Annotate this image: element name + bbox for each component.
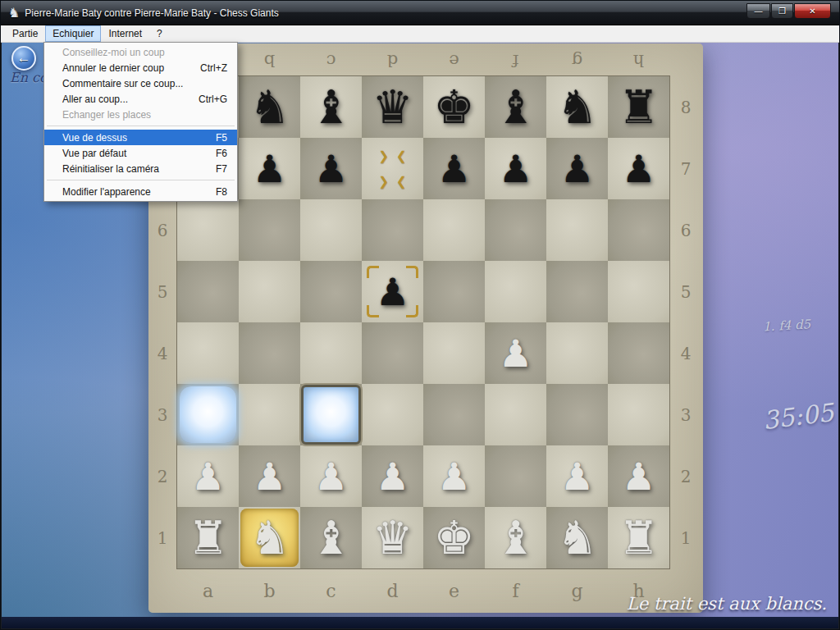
square-d7[interactable]: ❯❮❯❮ <box>362 138 423 199</box>
square-b1[interactable]: ♞ <box>239 507 300 568</box>
menu-item-shortcut: F5 <box>216 132 227 144</box>
piece-white-pawn[interactable]: ♟ <box>437 458 471 495</box>
file-label: f <box>485 573 546 608</box>
piece-white-knight[interactable]: ♞ <box>556 515 597 561</box>
piece-white-king[interactable]: ♚ <box>433 515 474 561</box>
bottom-strip <box>2 617 838 628</box>
menu-item[interactable]: Vue de dessusF5 <box>44 130 237 145</box>
file-label: b <box>239 48 300 74</box>
file-label: d <box>362 573 423 608</box>
echiquier-dropdown: Conseillez-moi un coupAnnuler le dernier… <box>43 42 238 202</box>
piece-black-pawn[interactable]: ♟ <box>437 150 471 188</box>
menu-item[interactable]: Commentaire sur ce coup... <box>44 75 237 91</box>
menu-item[interactable]: Réinitialiser la caméraF7 <box>44 161 237 176</box>
back-button[interactable]: ← <box>11 46 36 71</box>
menubar-item-echiquier[interactable]: Echiquier <box>45 25 101 42</box>
piece-white-pawn[interactable]: ♟ <box>253 458 286 495</box>
square-a3[interactable] <box>177 384 239 445</box>
piece-white-pawn[interactable]: ♟ <box>314 458 348 495</box>
piece-white-knight[interactable]: ♞ <box>249 515 290 561</box>
coords-top: abcdefgh <box>177 48 669 74</box>
move-list: 1. f4 d5 <box>763 316 838 335</box>
menu-separator <box>47 180 235 180</box>
close-button[interactable]: ✕ <box>794 3 831 19</box>
menu-item-label: Echanger les places <box>62 109 212 121</box>
rank-label: 8 <box>670 76 701 138</box>
piece-black-pawn[interactable]: ♟ <box>560 150 594 188</box>
file-label: e <box>423 48 485 74</box>
piece-white-pawn[interactable]: ♟ <box>376 458 409 495</box>
piece-black-knight[interactable]: ♞ <box>556 84 597 130</box>
piece-white-pawn[interactable]: ♟ <box>560 458 594 495</box>
menubar-item-partie[interactable]: Partie <box>5 25 45 42</box>
piece-white-pawn[interactable]: ♟ <box>191 458 225 495</box>
menubar-item-internet[interactable]: Internet <box>101 25 149 42</box>
piece-black-pawn[interactable]: ♟ <box>376 273 409 311</box>
menu-item[interactable]: Annuler le dernier coupCtrl+Z <box>44 60 237 75</box>
piece-black-bishop[interactable]: ♝ <box>310 84 351 130</box>
piece-black-knight[interactable]: ♞ <box>249 84 290 130</box>
maximize-button[interactable]: ❐ <box>771 3 793 19</box>
menu-item-label: Vue de dessus <box>62 132 201 144</box>
piece-white-pawn[interactable]: ♟ <box>622 458 655 495</box>
menu-item-label: Commentaire sur ce coup... <box>62 78 212 89</box>
menu-item: Conseillez-moi un coup <box>44 44 237 60</box>
menu-item-shortcut: F8 <box>216 186 227 198</box>
board-frame <box>176 75 670 569</box>
file-label: d <box>362 48 423 74</box>
last-move-origin-marker: ❯❮❯❮ <box>362 138 423 199</box>
menu-item-label: Vue par défaut <box>62 148 201 159</box>
piece-white-queen[interactable]: ♛ <box>372 515 413 561</box>
piece-black-bishop[interactable]: ♝ <box>495 84 536 130</box>
menu-item-shortcut: Ctrl+G <box>199 94 227 105</box>
piece-black-pawn[interactable]: ♟ <box>253 150 286 188</box>
turn-indicator-text: Le trait est aux blancs. <box>627 594 827 614</box>
menu-separator <box>47 126 235 126</box>
rank-label: 4 <box>148 322 176 384</box>
menubar-item-?[interactable]: ? <box>149 25 170 42</box>
menu-item-shortcut: Ctrl+Z <box>200 62 227 74</box>
rank-label: 1 <box>670 507 701 568</box>
piece-black-pawn[interactable]: ♟ <box>314 150 348 188</box>
file-label: g <box>546 573 608 608</box>
menu-item-shortcut: F7 <box>216 163 227 175</box>
menu-item-label: Modifier l'apparence <box>62 186 201 198</box>
menu-bar: PartieEchiquierInternet? <box>1 25 839 43</box>
rank-label: 7 <box>670 138 701 199</box>
window-controls: — ❐ ✕ <box>746 3 831 19</box>
piece-white-rook[interactable]: ♜ <box>618 515 659 561</box>
rank-label: 6 <box>670 199 701 261</box>
piece-white-bishop[interactable]: ♝ <box>495 515 536 561</box>
coords-right: 87654321 <box>670 76 701 568</box>
piece-black-rook[interactable]: ♜ <box>618 84 659 130</box>
rank-label: 5 <box>148 261 176 322</box>
file-label: f <box>485 48 546 74</box>
menu-item[interactable]: Aller au coup...Ctrl+G <box>44 91 237 107</box>
piece-black-king[interactable]: ♚ <box>433 84 474 130</box>
minimize-button[interactable]: — <box>746 3 770 19</box>
app-window: ♞ Pierre-Marie Baty contre Pierre-Marie … <box>0 0 840 630</box>
coords-bottom: abcdefgh <box>177 573 669 608</box>
rank-label: 3 <box>670 384 701 445</box>
menu-item-label: Annuler le dernier coup <box>62 62 185 74</box>
menu-item: Echanger les places <box>44 107 237 122</box>
move-target-highlight <box>301 385 361 445</box>
rank-label: 1 <box>148 507 176 568</box>
piece-black-pawn[interactable]: ♟ <box>499 150 532 188</box>
menu-item-label: Conseillez-moi un coup <box>62 47 212 58</box>
file-label: c <box>300 48 362 74</box>
piece-black-queen[interactable]: ♛ <box>372 84 413 130</box>
menu-item[interactable]: Vue par défautF6 <box>44 145 237 161</box>
piece-white-bishop[interactable]: ♝ <box>310 515 351 561</box>
rank-label: 5 <box>670 261 701 322</box>
menu-item-label: Réinitialiser la caméra <box>62 163 201 175</box>
square-c3[interactable] <box>300 384 362 445</box>
rank-label: 2 <box>148 445 176 507</box>
piece-white-rook[interactable]: ♜ <box>187 515 228 561</box>
menu-item-label: Aller au coup... <box>62 94 184 105</box>
title-bar: ♞ Pierre-Marie Baty contre Pierre-Marie … <box>1 1 839 25</box>
piece-black-pawn[interactable]: ♟ <box>622 150 655 188</box>
file-label: c <box>300 573 362 608</box>
menu-item[interactable]: Modifier l'apparenceF8 <box>44 184 237 199</box>
piece-white-pawn[interactable]: ♟ <box>499 335 532 372</box>
